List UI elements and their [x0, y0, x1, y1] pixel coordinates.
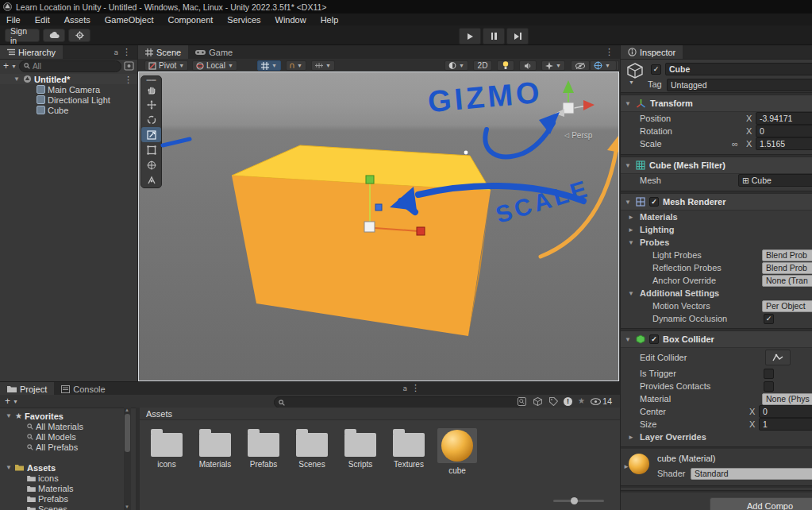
- assets-foldout[interactable]: ▼ Assets: [0, 462, 124, 473]
- hand-tool-button[interactable]: [141, 82, 161, 97]
- snap-toggle-button[interactable]: ▼: [286, 60, 306, 71]
- collider-material-field[interactable]: None (Phys: [762, 393, 812, 405]
- motion-vectors-dropdown[interactable]: Per Object: [762, 300, 812, 312]
- gizmos-dropdown[interactable]: ▼: [590, 60, 617, 71]
- tab-inspector[interactable]: Inspector: [621, 45, 683, 59]
- mesh-renderer-header[interactable]: ▼ ✓ Mesh Renderer: [621, 193, 812, 211]
- position-x-field[interactable]: -3.94171: [756, 112, 812, 125]
- asset-type-filter-icon[interactable]: [533, 397, 542, 406]
- favorite-all-models[interactable]: All Models: [0, 431, 124, 442]
- eye-icon[interactable]: [591, 398, 601, 405]
- mesh-renderer-checkbox[interactable]: ✓: [649, 197, 659, 207]
- search-in-assets-icon[interactable]: [518, 397, 526, 406]
- lighting-foldout[interactable]: ►Lighting: [621, 223, 812, 236]
- pause-button[interactable]: [483, 28, 505, 44]
- material-preview-sphere[interactable]: [629, 454, 649, 474]
- snap-increment-dropdown[interactable]: ▼: [311, 60, 335, 71]
- layer-overrides-foldout[interactable]: ►Layer Overrides: [621, 431, 812, 443]
- transform-header[interactable]: ▼ Transform: [621, 95, 812, 112]
- materials-foldout[interactable]: ►Materials: [621, 211, 812, 223]
- asset-item-icons[interactable]: icons: [144, 427, 189, 475]
- tree-folder-scenes[interactable]: Scenes: [0, 504, 124, 510]
- rotate-tool-button[interactable]: [141, 112, 161, 127]
- tag-dropdown[interactable]: Untagged ▼: [667, 79, 812, 91]
- probes-foldout[interactable]: ▼Probes: [621, 236, 812, 249]
- favorites-foldout[interactable]: ▼★ Favorites: [0, 411, 124, 421]
- tab-project[interactable]: Project: [0, 382, 54, 396]
- scene-viewport[interactable]: ▬▬: [139, 72, 618, 381]
- transform-tool-button[interactable]: [141, 157, 161, 172]
- play-button[interactable]: [459, 28, 481, 44]
- shader-dropdown[interactable]: Standard: [691, 468, 812, 480]
- object-name-field[interactable]: Cube: [665, 63, 812, 75]
- additional-settings-foldout[interactable]: ▼Additional Settings: [621, 287, 812, 299]
- light-probes-dropdown[interactable]: Blend Prob: [762, 249, 812, 261]
- sign-in-button[interactable]: Sign in: [5, 29, 40, 42]
- scene-row-untitled[interactable]: ▼ Untitled* ⋮: [0, 74, 137, 84]
- tab-game[interactable]: Game: [188, 45, 240, 59]
- tree-folder-icons[interactable]: icons: [0, 473, 124, 483]
- menu-assets[interactable]: Assets: [64, 15, 90, 25]
- step-button[interactable]: [506, 28, 529, 44]
- overlay-drag-handle[interactable]: ▬▬: [141, 76, 161, 82]
- custom-tool-button[interactable]: [141, 172, 161, 187]
- move-tool-button[interactable]: [141, 97, 161, 112]
- rotation-x-field[interactable]: 0: [756, 125, 812, 137]
- size-x-field[interactable]: 1: [759, 418, 812, 431]
- add-object-button[interactable]: +: [3, 60, 9, 71]
- tab-hierarchy[interactable]: Hierarchy: [0, 45, 63, 59]
- edit-collider-button[interactable]: [765, 350, 791, 365]
- hierarchy-search-input[interactable]: All: [19, 60, 121, 72]
- lock-icon[interactable]: a: [114, 48, 118, 56]
- thumbnail-size-slider[interactable]: [553, 500, 604, 502]
- scene-picker-icon[interactable]: [124, 61, 134, 71]
- tab-console[interactable]: Console: [54, 382, 112, 396]
- pivot-mode-dropdown[interactable]: Pivot▼: [144, 60, 188, 71]
- project-kebab-icon[interactable]: ⋮: [411, 384, 420, 392]
- box-collider-header[interactable]: ▼ ✓ Box Collider: [621, 330, 812, 348]
- link-icon[interactable]: ∞: [732, 139, 738, 149]
- hidden-objects-button[interactable]: [571, 60, 590, 71]
- foldout-open-icon[interactable]: ▼: [13, 75, 21, 83]
- asset-item-prefabs[interactable]: Prefabs: [241, 427, 286, 475]
- scale-handle-z-cube[interactable]: [375, 204, 382, 211]
- active-checkbox[interactable]: ✓: [651, 64, 661, 75]
- shading-mode-dropdown[interactable]: ▼: [444, 60, 468, 71]
- provides-contacts-checkbox[interactable]: [764, 381, 774, 392]
- hierarchy-item-cube[interactable]: Cube: [0, 105, 137, 115]
- hidden-count-icon[interactable]: !: [564, 397, 572, 406]
- create-asset-button[interactable]: +: [5, 396, 10, 407]
- create-dropdown-icon[interactable]: ▼: [13, 399, 18, 404]
- scale-handle-x-cube[interactable]: [417, 227, 425, 235]
- box-collider-checkbox[interactable]: ✓: [649, 334, 659, 344]
- scene-kebab-menu-icon[interactable]: ⋮: [605, 48, 614, 56]
- tree-folder-prefabs[interactable]: Prefabs: [0, 493, 124, 504]
- menu-services[interactable]: Services: [227, 15, 260, 25]
- rect-tool-button[interactable]: [141, 142, 161, 157]
- asset-item-materials[interactable]: Materials: [193, 427, 237, 475]
- effects-dropdown[interactable]: ▼: [541, 60, 565, 71]
- settings-button[interactable]: [68, 29, 90, 42]
- reflection-probes-dropdown[interactable]: Blend Prob: [762, 262, 812, 274]
- asset-item-textures[interactable]: Textures: [387, 427, 431, 475]
- menu-edit[interactable]: Edit: [35, 15, 50, 25]
- grid-visibility-dropdown[interactable]: ▼: [257, 60, 281, 71]
- scene-lighting-button[interactable]: [497, 60, 514, 71]
- scale-handle-y-cube[interactable]: [366, 176, 374, 184]
- hierarchy-item-main-camera[interactable]: Main Camera: [0, 84, 137, 95]
- project-search-input[interactable]: [274, 396, 521, 408]
- scroll-down-icon[interactable]: ▼: [125, 504, 129, 509]
- scene-kebab-icon[interactable]: ⋮: [124, 75, 133, 83]
- asset-item-scripts[interactable]: Scripts: [338, 427, 383, 475]
- slider-knob[interactable]: [571, 497, 578, 504]
- favorite-all-materials[interactable]: All Materials: [0, 421, 124, 431]
- persp-label[interactable]: ◁ Persp: [564, 131, 592, 140]
- scene-audio-button[interactable]: [519, 60, 537, 71]
- tree-folder-materials[interactable]: Materials: [0, 483, 124, 493]
- project-tree-scrollbar[interactable]: ▲ ▼: [124, 408, 131, 510]
- anchor-override-field[interactable]: None (Tran: [762, 275, 812, 287]
- project-lock-icon[interactable]: a: [403, 384, 407, 392]
- local-space-dropdown[interactable]: Local▼: [192, 60, 237, 71]
- tab-scene[interactable]: Scene: [138, 45, 188, 59]
- hierarchy-item-directional-light[interactable]: Directional Light: [0, 95, 137, 105]
